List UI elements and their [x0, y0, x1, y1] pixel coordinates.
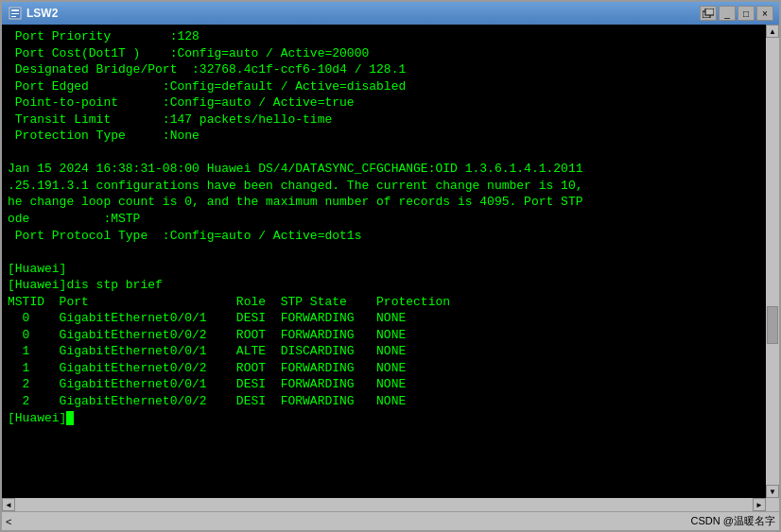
status-left: <: [6, 516, 691, 527]
scroll-left-button[interactable]: ◄: [2, 498, 15, 511]
status-right: CSDN @温暖名字: [691, 514, 775, 528]
terminal-output[interactable]: Port Priority :128 Port Cost(Dot1T ) :Co…: [2, 25, 766, 498]
horizontal-scrollbar: ◄ ►: [2, 498, 779, 511]
scroll-track[interactable]: [766, 38, 779, 485]
svg-rect-1: [11, 9, 19, 11]
close-button[interactable]: ×: [756, 6, 773, 21]
minimize-button[interactable]: _: [719, 6, 736, 21]
scroll-thumb[interactable]: [767, 306, 778, 344]
restore-button[interactable]: [700, 6, 717, 21]
terminal-wrapper: Port Priority :128 Port Cost(Dot1T ) :Co…: [2, 25, 779, 498]
window-title: LSW2: [26, 7, 700, 20]
svg-rect-2: [11, 13, 19, 14]
scroll-right-button[interactable]: ►: [753, 498, 766, 511]
app-icon: [8, 6, 23, 21]
scroll-up-button[interactable]: ▲: [766, 25, 779, 38]
scroll-track-h[interactable]: [15, 498, 753, 511]
vertical-scrollbar: ▲ ▼: [766, 25, 779, 498]
svg-rect-5: [705, 9, 714, 15]
title-bar: LSW2 _ □ ×: [2, 2, 779, 25]
maximize-button[interactable]: □: [738, 6, 755, 21]
status-bar: < CSDN @温暖名字: [2, 511, 779, 530]
scroll-down-button[interactable]: ▼: [766, 485, 779, 498]
svg-rect-3: [11, 16, 16, 17]
window-controls: _ □ ×: [700, 6, 773, 21]
main-window: LSW2 _ □ × Port Priority :128 Port Cost(…: [0, 0, 781, 532]
